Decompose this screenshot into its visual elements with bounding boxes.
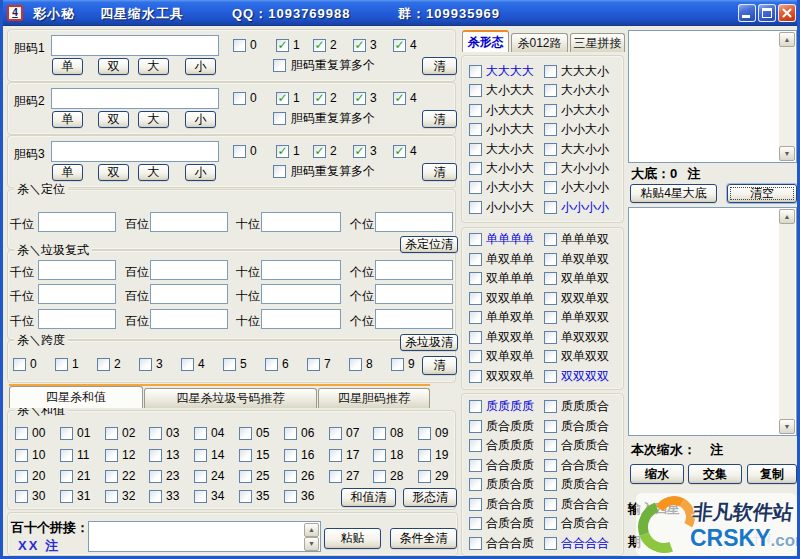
danma2-da-button[interactable]: 大 bbox=[138, 111, 169, 128]
pattern-单单单单-checkbox[interactable] bbox=[469, 233, 482, 246]
hezhi-30-checkbox[interactable] bbox=[15, 490, 28, 503]
shiwei-input[interactable] bbox=[261, 284, 341, 304]
hezhi-18-checkbox[interactable] bbox=[373, 449, 386, 462]
suoshui-button[interactable]: 缩水 bbox=[630, 464, 684, 484]
pattern-大小大大-checkbox[interactable] bbox=[469, 84, 482, 97]
pattern-小大大小-checkbox[interactable] bbox=[544, 104, 557, 117]
danma1-repeat-checkbox[interactable] bbox=[273, 59, 286, 72]
qianwei-input[interactable] bbox=[38, 309, 116, 329]
result-scrollbar[interactable]: ▲ ▼ bbox=[779, 209, 795, 434]
danma2-digit-3-checkbox[interactable]: ✓ bbox=[353, 92, 366, 105]
hezhi-09-checkbox[interactable] bbox=[418, 427, 431, 440]
pattern-质质合质-checkbox[interactable] bbox=[469, 478, 482, 491]
hezhi-00-checkbox[interactable] bbox=[15, 427, 28, 440]
hezhi-32-checkbox[interactable] bbox=[105, 490, 118, 503]
hezhi-29-checkbox[interactable] bbox=[418, 470, 431, 483]
danma1-dan-button[interactable]: 单 bbox=[52, 58, 83, 75]
danma2-digit-2-checkbox[interactable]: ✓ bbox=[313, 92, 326, 105]
danma2-xiao-button[interactable]: 小 bbox=[185, 111, 216, 128]
danma3-dan-button[interactable]: 单 bbox=[52, 164, 83, 181]
pattern-小大大大-checkbox[interactable] bbox=[469, 104, 482, 117]
tab-sizhu-sha-hezhi[interactable]: 四星杀和值 bbox=[9, 386, 143, 408]
danma3-da-button[interactable]: 大 bbox=[138, 164, 169, 181]
hezhi-25-checkbox[interactable] bbox=[239, 470, 252, 483]
danma2-dan-button[interactable]: 单 bbox=[52, 111, 83, 128]
danma3-xiao-button[interactable]: 小 bbox=[185, 164, 216, 181]
danma1-digit-2-checkbox[interactable]: ✓ bbox=[313, 39, 326, 52]
hezhi-35-checkbox[interactable] bbox=[239, 490, 252, 503]
kuadu-3-checkbox[interactable] bbox=[139, 358, 152, 371]
danma2-clear-button[interactable]: 清 bbox=[422, 110, 457, 128]
hezhi-21-checkbox[interactable] bbox=[60, 470, 73, 483]
sha-kuadu-clear-button[interactable]: 清 bbox=[422, 356, 457, 375]
scroll-down-icon[interactable]: ▼ bbox=[779, 419, 795, 434]
pattern-大小小小-checkbox[interactable] bbox=[544, 162, 557, 175]
pattern-单双单单-checkbox[interactable] bbox=[469, 253, 482, 266]
hezhi-03-checkbox[interactable] bbox=[149, 427, 162, 440]
pattern-小大小小-checkbox[interactable] bbox=[544, 181, 557, 194]
baiwei-input[interactable] bbox=[150, 309, 228, 329]
pattern-合质合合-checkbox[interactable] bbox=[544, 517, 557, 530]
kuadu-0-checkbox[interactable] bbox=[13, 358, 26, 371]
danma2-digit-4-checkbox[interactable]: ✓ bbox=[393, 92, 406, 105]
gewei-input[interactable] bbox=[375, 284, 453, 304]
hezhi-05-checkbox[interactable] bbox=[239, 427, 252, 440]
danma2-shuang-button[interactable]: 双 bbox=[98, 111, 129, 128]
hezhi-12-checkbox[interactable] bbox=[105, 449, 118, 462]
pattern-质质合合-checkbox[interactable] bbox=[544, 478, 557, 491]
hezhi-13-checkbox[interactable] bbox=[149, 449, 162, 462]
tab-sha-012-lu[interactable]: 杀012路 bbox=[511, 33, 568, 52]
gewei-input[interactable] bbox=[375, 212, 453, 232]
pattern-合合质合-checkbox[interactable] bbox=[544, 459, 557, 472]
kuadu-4-checkbox[interactable] bbox=[181, 358, 194, 371]
pattern-合合质质-checkbox[interactable] bbox=[469, 459, 482, 472]
gewei-input[interactable] bbox=[375, 260, 453, 280]
scroll-up-icon[interactable]: ▲ bbox=[779, 209, 795, 224]
scroll-down-icon[interactable]: ▼ bbox=[779, 146, 795, 161]
pattern-小小小小-checkbox[interactable] bbox=[544, 201, 557, 214]
jiaoji-button[interactable]: 交集 bbox=[688, 464, 742, 484]
paste-4star-dadi-button[interactable]: 粘贴4星大底 bbox=[630, 184, 717, 203]
hezhi-34-checkbox[interactable] bbox=[194, 490, 207, 503]
kuadu-9-checkbox[interactable] bbox=[391, 358, 404, 371]
gewei-input[interactable] bbox=[375, 309, 453, 329]
pattern-单单双单-checkbox[interactable] bbox=[469, 311, 482, 324]
hezhi-02-checkbox[interactable] bbox=[105, 427, 118, 440]
pattern-双单双单-checkbox[interactable] bbox=[469, 350, 482, 363]
danma1-digit-3-checkbox[interactable]: ✓ bbox=[353, 39, 366, 52]
danma1-digit-1-checkbox[interactable]: ✓ bbox=[276, 39, 289, 52]
danma1-clear-button[interactable]: 清 bbox=[422, 57, 457, 75]
pattern-小大小大-checkbox[interactable] bbox=[469, 181, 482, 194]
tab-sanxing-pinjie[interactable]: 三星拼接 bbox=[570, 33, 625, 52]
tab-sizhu-danma-tuijian[interactable]: 四星胆码推荐 bbox=[318, 388, 430, 408]
kuadu-6-checkbox[interactable] bbox=[265, 358, 278, 371]
hezhi-26-checkbox[interactable] bbox=[284, 470, 297, 483]
pattern-双双单单-checkbox[interactable] bbox=[469, 292, 482, 305]
pinjie-textarea[interactable]: ▲ ▼ bbox=[88, 521, 321, 552]
hezhi-23-checkbox[interactable] bbox=[149, 470, 162, 483]
danma1-digit-4-checkbox[interactable]: ✓ bbox=[393, 39, 406, 52]
pattern-大小大小-checkbox[interactable] bbox=[544, 84, 557, 97]
pattern-单单单双-checkbox[interactable] bbox=[544, 233, 557, 246]
danma1-digit-0-checkbox[interactable] bbox=[233, 39, 246, 52]
paste-button[interactable]: 粘贴 bbox=[324, 528, 381, 549]
kuadu-1-checkbox[interactable] bbox=[55, 358, 68, 371]
scroll-up-icon[interactable]: ▲ bbox=[779, 32, 795, 47]
baiwei-input[interactable] bbox=[150, 212, 228, 232]
tab-sizhu-laji-tuijian[interactable]: 四星杀垃圾号码推荐 bbox=[144, 388, 317, 408]
pattern-大大大大-checkbox[interactable] bbox=[469, 65, 482, 78]
danma3-digit-3-checkbox[interactable]: ✓ bbox=[353, 145, 366, 158]
danma2-repeat-checkbox[interactable] bbox=[273, 112, 286, 125]
sha-laji-clear-button[interactable]: 杀垃圾清 bbox=[400, 334, 458, 351]
qianwei-input[interactable] bbox=[38, 260, 116, 280]
danma3-shuang-button[interactable]: 双 bbox=[98, 164, 129, 181]
pattern-小小大大-checkbox[interactable] bbox=[469, 123, 482, 136]
kuadu-8-checkbox[interactable] bbox=[349, 358, 362, 371]
danma3-clear-button[interactable]: 清 bbox=[422, 163, 457, 181]
shiwei-input[interactable] bbox=[261, 309, 341, 329]
hezhi-clear-button[interactable]: 和值清 bbox=[341, 488, 396, 507]
danma3-digit-4-checkbox[interactable]: ✓ bbox=[393, 145, 406, 158]
danma3-digit-0-checkbox[interactable] bbox=[233, 145, 246, 158]
danma3-input[interactable] bbox=[51, 141, 219, 162]
clear-all-conditions-button[interactable]: 条件全清 bbox=[390, 528, 457, 549]
